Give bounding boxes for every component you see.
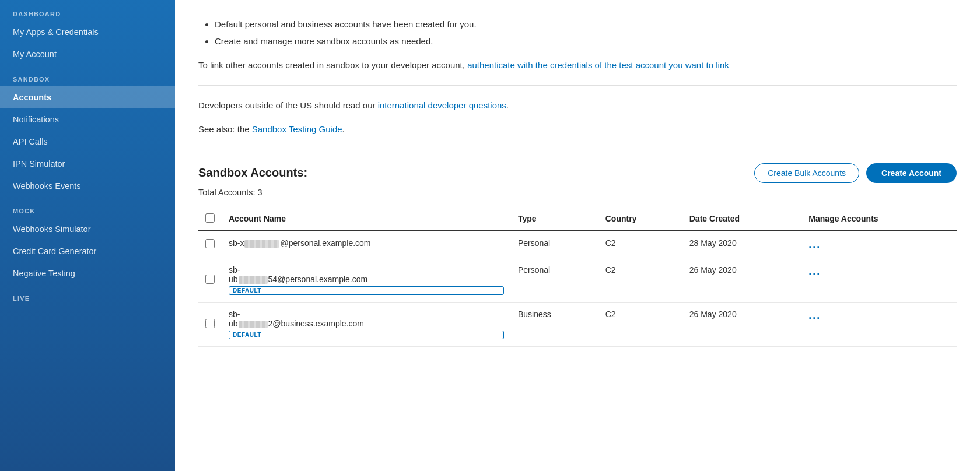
row2-default-badge: DEFAULT — [229, 286, 504, 295]
row3-manage[interactable]: ... — [802, 302, 957, 346]
row2-country: C2 — [598, 258, 682, 302]
see-also-pre: See also: the — [198, 124, 252, 134]
col-account-name: Account Name — [222, 208, 511, 231]
create-account-button[interactable]: Create Account — [866, 163, 957, 183]
select-all-checkbox[interactable] — [205, 213, 215, 223]
row2-type: Personal — [511, 258, 598, 302]
sidebar-item-webhooks-events[interactable]: Webhooks Events — [0, 175, 175, 197]
section-title: Sandbox Accounts: — [198, 166, 307, 180]
para2-pre: Developers outside of the US should read… — [198, 100, 378, 110]
row1-email-prefix: sb-x — [229, 238, 244, 248]
main-content: Default personal and business accounts h… — [175, 0, 980, 471]
row1-checkbox[interactable] — [205, 239, 215, 248]
table-row: sb- ub54@personal.example.com DEFAULT Pe… — [198, 258, 957, 302]
col-type: Type — [511, 208, 598, 231]
row3-account-name: sb- ub2@business.example.com DEFAULT — [222, 302, 511, 346]
row2-checkbox[interactable] — [205, 275, 215, 284]
row2-account-name: sb- ub54@personal.example.com DEFAULT — [222, 258, 511, 302]
row3-default-badge: DEFAULT — [229, 331, 504, 339]
sandbox-accounts-header: Sandbox Accounts: Create Bulk Accounts C… — [198, 163, 957, 183]
row2-email-suffix: 54@personal.example.com — [268, 275, 368, 284]
sidebar-item-credit-card-gen[interactable]: Credit Card Generator — [0, 240, 175, 262]
see-also-post: . — [342, 124, 345, 134]
table-header: Account Name Type Country Date Created M… — [198, 208, 957, 231]
row2-manage[interactable]: ... — [802, 258, 957, 302]
row3-redacted — [239, 321, 268, 328]
row3-email-line2: ub — [229, 319, 238, 328]
sidebar: DASHBOARD My Apps & Credentials My Accou… — [0, 0, 175, 471]
row1-checkbox-cell — [198, 231, 222, 258]
sidebar-item-api-calls[interactable]: API Calls — [0, 131, 175, 153]
row1-manage-dots[interactable]: ... — [808, 238, 821, 250]
row2-email-prefix: sb- — [229, 265, 240, 275]
table-row: sb- ub2@business.example.com DEFAULT Bus… — [198, 302, 957, 346]
bullet-2: Create and manage more sandbox accounts … — [215, 34, 957, 49]
sandbox-label: SANDBOX — [0, 65, 175, 86]
row3-email-suffix: 2@business.example.com — [268, 319, 364, 328]
sidebar-item-negative-testing[interactable]: Negative Testing — [0, 262, 175, 284]
mock-label: MOCK — [0, 197, 175, 218]
row1-account-name: sb-x@personal.example.com — [222, 231, 511, 258]
row3-date: 26 May 2020 — [682, 302, 802, 346]
row3-type: Business — [511, 302, 598, 346]
sidebar-item-notifications[interactable]: Notifications — [0, 108, 175, 131]
header-buttons: Create Bulk Accounts Create Account — [754, 163, 957, 183]
live-label: LIVE — [0, 284, 175, 305]
info-bullets: Default personal and business accounts h… — [198, 17, 957, 49]
row1-manage[interactable]: ... — [802, 231, 957, 258]
row3-manage-dots[interactable]: ... — [808, 310, 821, 321]
divider-1 — [198, 85, 957, 86]
row3-checkbox[interactable] — [205, 319, 215, 328]
row2-date: 26 May 2020 — [682, 258, 802, 302]
see-also: See also: the Sandbox Testing Guide. — [198, 122, 957, 137]
table-row: sb-x@personal.example.com Personal C2 28… — [198, 231, 957, 258]
row1-redacted — [244, 240, 279, 248]
link-sandbox-guide[interactable]: Sandbox Testing Guide — [252, 124, 342, 134]
row3-country: C2 — [598, 302, 682, 346]
row2-email-line2: ub — [229, 275, 238, 284]
bullet-1: Default personal and business accounts h… — [215, 17, 957, 32]
create-bulk-accounts-button[interactable]: Create Bulk Accounts — [754, 163, 859, 183]
paragraph-international: Developers outside of the US should read… — [198, 99, 957, 113]
row3-checkbox-cell — [198, 302, 222, 346]
col-checkbox — [198, 208, 222, 231]
col-country: Country — [598, 208, 682, 231]
row1-email-suffix: @personal.example.com — [280, 238, 370, 248]
sidebar-item-ipn-simulator[interactable]: IPN Simulator — [0, 153, 175, 175]
sidebar-item-my-apps[interactable]: My Apps & Credentials — [0, 21, 175, 43]
row2-redacted — [239, 276, 268, 284]
sidebar-item-webhooks-simulator[interactable]: Webhooks Simulator — [0, 218, 175, 240]
para2-post: . — [506, 100, 509, 110]
row2-checkbox-cell — [198, 258, 222, 302]
dashboard-label: DASHBOARD — [0, 0, 175, 21]
col-date-created: Date Created — [682, 208, 802, 231]
row1-type: Personal — [511, 231, 598, 258]
row1-date: 28 May 2020 — [682, 231, 802, 258]
link-authenticate[interactable]: authenticate with the credentials of the… — [467, 60, 729, 70]
col-manage: Manage Accounts — [802, 208, 957, 231]
row2-manage-dots[interactable]: ... — [808, 265, 821, 277]
table-body: sb-x@personal.example.com Personal C2 28… — [198, 231, 957, 347]
link-international[interactable]: international developer questions — [378, 100, 506, 110]
row1-country: C2 — [598, 231, 682, 258]
sidebar-item-my-account[interactable]: My Account — [0, 43, 175, 65]
total-accounts: Total Accounts: 3 — [198, 188, 957, 197]
paragraph-link-accounts: To link other accounts created in sandbo… — [198, 58, 957, 73]
accounts-table: Account Name Type Country Date Created M… — [198, 208, 957, 347]
row3-email-prefix: sb- — [229, 310, 240, 319]
para1-pre: To link other accounts created in sandbo… — [198, 60, 467, 70]
sidebar-item-accounts[interactable]: Accounts — [0, 86, 175, 108]
divider-2 — [198, 150, 957, 150]
